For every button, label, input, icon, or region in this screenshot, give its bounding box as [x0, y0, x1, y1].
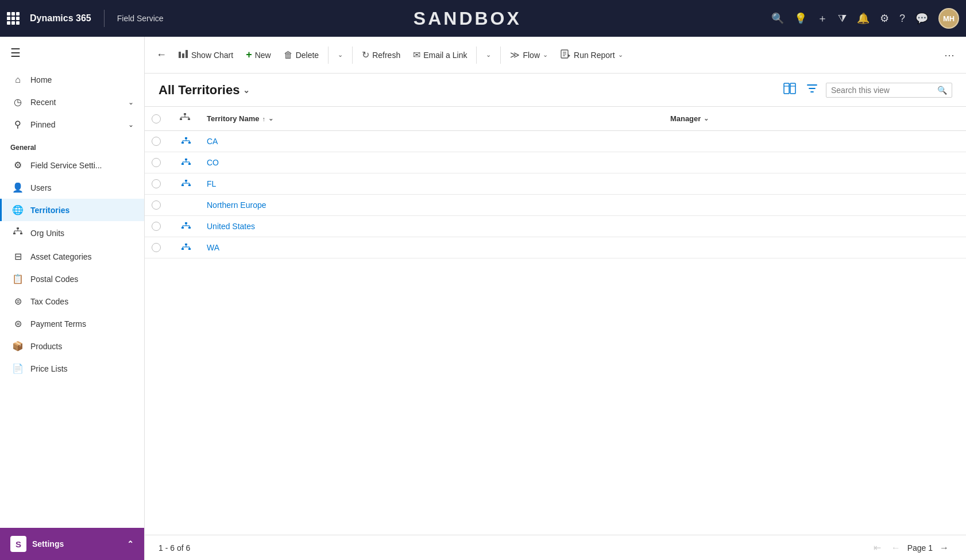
email-link-button[interactable]: ✉ Email a Link [407, 46, 473, 64]
sidebar-item-tax-codes[interactable]: ⊜ Tax Codes [0, 290, 144, 312]
refresh-label: Refresh [372, 51, 400, 60]
search-nav-button[interactable]: 🔍 [771, 12, 784, 25]
territory-link-wa[interactable]: WA [207, 243, 219, 252]
run-report-button[interactable]: Run Report ⌄ [555, 46, 629, 64]
table-row[interactable]: CA [145, 131, 966, 152]
sidebar-item-recent[interactable]: ◷ Recent ⌄ [0, 91, 144, 113]
svg-rect-20 [184, 113, 186, 115]
row-name-ca[interactable]: CA [200, 131, 663, 152]
more-commands-chevron-icon-2: ⌄ [486, 51, 491, 59]
svg-rect-61 [181, 248, 184, 250]
new-icon: + [246, 49, 252, 61]
delete-icon: 🗑 [284, 50, 293, 60]
row-checkbox-ca[interactable] [152, 137, 161, 146]
flow-button[interactable]: ≫ Flow ⌄ [504, 46, 554, 64]
module-title[interactable]: Field Service [117, 14, 164, 23]
table-row[interactable]: Northern Europe [145, 195, 966, 216]
territory-link-fl[interactable]: FL [207, 179, 216, 188]
row-icon-ca [172, 131, 200, 152]
svg-rect-62 [188, 248, 191, 250]
settings-bottom-bar[interactable]: S Settings ⌃ [0, 528, 144, 560]
table-row[interactable]: CO [145, 152, 966, 173]
select-all-checkbox[interactable] [152, 114, 161, 123]
next-page-button[interactable]: → [936, 542, 952, 554]
sidebar-item-home[interactable]: ⌂ Home [0, 69, 144, 91]
refresh-button[interactable]: ↻ Refresh [356, 46, 406, 64]
lightbulb-button[interactable]: 💡 [794, 12, 807, 25]
app-grid-icon[interactable] [7, 12, 20, 25]
row-select-northern-europe[interactable] [145, 195, 172, 216]
row-checkbox-united-states[interactable] [152, 222, 161, 231]
sidebar-toggle-button[interactable]: ☰ [0, 37, 144, 69]
sidebar-item-territories[interactable]: 🌐 Territories [0, 199, 144, 221]
row-select-co[interactable] [145, 152, 172, 173]
refresh-icon: ↻ [362, 49, 369, 60]
row-select-fl[interactable] [145, 173, 172, 195]
sidebar-item-pinned[interactable]: ⚲ Pinned ⌄ [0, 113, 144, 136]
show-chart-button[interactable]: Show Chart [172, 46, 239, 64]
territory-name-header[interactable]: Territory Name ↑ ⌄ [200, 107, 663, 131]
first-page-button[interactable]: ⇤ [870, 541, 884, 554]
asset-categories-icon: ⊟ [12, 251, 24, 262]
new-button[interactable]: + New [240, 45, 277, 64]
row-name-wa[interactable]: WA [200, 237, 663, 258]
row-name-united-states[interactable]: United States [200, 216, 663, 237]
more-commands-button-1[interactable]: ⌄ [332, 48, 349, 62]
delete-button[interactable]: 🗑 Delete [278, 47, 324, 64]
app-title[interactable]: Dynamics 365 [30, 13, 91, 24]
row-select-united-states[interactable] [145, 216, 172, 237]
chat-button[interactable]: 💬 [915, 12, 928, 25]
territory-link-ca[interactable]: CA [207, 137, 218, 146]
prev-page-button[interactable]: ← [888, 542, 904, 554]
row-select-ca[interactable] [145, 131, 172, 152]
view-title-chevron-icon: ⌄ [243, 86, 250, 95]
filter-nav-button[interactable]: ⧩ [838, 13, 847, 25]
row-checkbox-co[interactable] [152, 158, 161, 167]
more-commands-button-2[interactable]: ⌄ [480, 48, 497, 62]
back-button[interactable]: ← [152, 45, 171, 64]
sidebar-item-users[interactable]: 👤 Users [0, 176, 144, 199]
sidebar-item-postal-codes[interactable]: 📋 Postal Codes [0, 268, 144, 290]
territory-link-co[interactable]: CO [207, 158, 219, 167]
search-box[interactable]: 🔍 [826, 83, 952, 98]
svg-rect-29 [181, 142, 184, 144]
avatar[interactable]: MH [938, 8, 959, 29]
row-checkbox-northern-europe[interactable] [152, 200, 161, 210]
run-report-chevron-icon: ⌄ [618, 51, 623, 59]
row-select-wa[interactable] [145, 237, 172, 258]
settings-nav-button[interactable]: ⚙ [880, 12, 889, 25]
nav-divider [104, 10, 105, 27]
view-title[interactable]: All Territories ⌄ [159, 83, 250, 98]
add-nav-button[interactable]: ＋ [817, 11, 828, 25]
table-area: Territory Name ↑ ⌄ Manager ⌄ [145, 107, 966, 535]
recent-chevron-icon: ⌄ [128, 98, 134, 106]
help-button[interactable]: ? [899, 13, 905, 25]
select-all-header[interactable] [145, 107, 172, 131]
table-row[interactable]: United States [145, 216, 966, 237]
row-name-fl[interactable]: FL [200, 173, 663, 195]
more-actions-button[interactable]: ⋯ [940, 45, 959, 65]
sidebar-item-asset-categories[interactable]: ⊟ Asset Categories [0, 245, 144, 268]
svg-marker-15 [568, 54, 570, 57]
table-row[interactable]: FL [145, 173, 966, 195]
sidebar-item-price-lists[interactable]: 📄 Price Lists [0, 357, 144, 380]
search-input[interactable] [831, 86, 934, 95]
table-row[interactable]: WA [145, 237, 966, 258]
row-checkbox-wa[interactable] [152, 243, 161, 252]
territory-link-united-states[interactable]: United States [207, 222, 255, 231]
sidebar-item-payment-terms[interactable]: ⊜ Payment Terms [0, 312, 144, 335]
manager-header[interactable]: Manager ⌄ [663, 107, 966, 131]
sidebar-item-field-service-settings[interactable]: ⚙ Field Service Setti... [0, 154, 144, 176]
territory-link-northern-europe[interactable]: Northern Europe [207, 200, 266, 210]
filter-view-button[interactable] [804, 80, 820, 99]
column-chooser-button[interactable] [781, 80, 798, 99]
bell-button[interactable]: 🔔 [857, 12, 870, 25]
row-name-northern-europe[interactable]: Northern Europe [200, 195, 663, 216]
svg-rect-38 [188, 163, 191, 165]
sidebar-item-products[interactable]: 📦 Products [0, 335, 144, 357]
svg-rect-52 [185, 222, 187, 224]
search-icon[interactable]: 🔍 [937, 86, 947, 95]
row-checkbox-fl[interactable] [152, 179, 161, 188]
sidebar-item-org-units[interactable]: Org Units [0, 221, 144, 245]
row-name-co[interactable]: CO [200, 152, 663, 173]
